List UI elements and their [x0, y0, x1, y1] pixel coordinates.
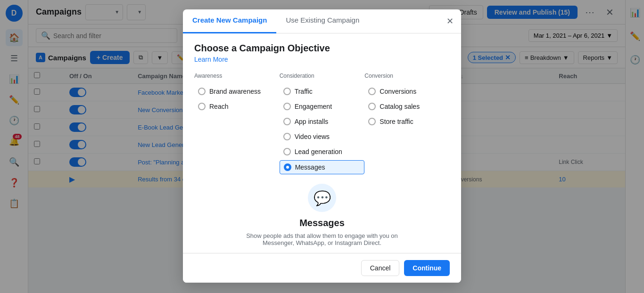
modal-title: Choose a Campaign Objective: [194, 43, 450, 54]
messages-label: Messages: [295, 163, 325, 171]
cancel-button[interactable]: Cancel: [361, 260, 400, 276]
radio-circle-catalog: [368, 103, 376, 110]
selected-objective-preview: 💬 Messages Show people ads that allow th…: [194, 174, 450, 251]
engagement-label: Engagement: [295, 103, 332, 110]
conversion-header: Conversion: [364, 73, 450, 79]
radio-circle-app-installs: [283, 118, 291, 125]
consideration-column: Consideration Traffic Engagement App ins…: [280, 73, 365, 174]
radio-circle-video-views: [283, 133, 291, 140]
radio-circle-engagement: [283, 103, 291, 110]
conversions-label: Conversions: [380, 88, 416, 95]
traffic-label: Traffic: [295, 88, 313, 95]
radio-circle-brand: [198, 88, 206, 95]
radio-video-views[interactable]: Video views: [280, 130, 365, 143]
radio-circle-messages: [284, 163, 291, 171]
continue-button[interactable]: Continue: [404, 260, 450, 276]
learn-more-link[interactable]: Learn More: [194, 56, 450, 63]
modal-overlay[interactable]: Create New Campaign Use Existing Campaig…: [0, 0, 644, 293]
radio-store-traffic[interactable]: Store traffic: [364, 115, 450, 128]
awareness-column: Awareness Brand awareness Reach: [194, 73, 280, 174]
modal-footer: Cancel Continue: [183, 253, 461, 283]
radio-circle-conversions: [368, 88, 376, 95]
radio-traffic[interactable]: Traffic: [280, 85, 365, 98]
catalog-sales-label: Catalog sales: [380, 103, 420, 110]
radio-messages[interactable]: Messages: [280, 160, 365, 174]
tab-use-existing[interactable]: Use Existing Campaign: [276, 9, 369, 33]
messages-icon-circle: 💬: [308, 184, 336, 212]
store-traffic-label: Store traffic: [380, 118, 413, 125]
video-views-label: Video views: [295, 133, 330, 140]
modal-close-button[interactable]: ✕: [439, 9, 461, 33]
reach-label: Reach: [209, 103, 228, 110]
campaign-objective-modal: Create New Campaign Use Existing Campaig…: [183, 9, 461, 283]
radio-circle-lead-gen: [283, 148, 291, 155]
brand-awareness-label: Brand awareness: [209, 88, 261, 95]
objectives-grid: Awareness Brand awareness Reach Consider…: [194, 73, 450, 174]
radio-circle-reach: [198, 103, 206, 110]
radio-catalog-sales[interactable]: Catalog sales: [364, 100, 450, 113]
messages-preview-title: Messages: [299, 218, 345, 228]
modal-tabs: Create New Campaign Use Existing Campaig…: [183, 9, 461, 33]
radio-circle-store-traffic: [368, 118, 376, 125]
radio-circle-traffic: [283, 88, 291, 95]
awareness-header: Awareness: [194, 73, 280, 79]
tab-create-new[interactable]: Create New Campaign: [183, 9, 276, 33]
radio-conversions[interactable]: Conversions: [364, 85, 450, 98]
messages-chat-icon: 💬: [314, 190, 331, 206]
consideration-header: Consideration: [280, 73, 365, 79]
messages-preview-desc: Show people ads that allow them to engag…: [242, 232, 402, 246]
radio-engagement[interactable]: Engagement: [280, 100, 365, 113]
app-installs-label: App installs: [295, 118, 329, 125]
lead-generation-label: Lead generation: [295, 148, 342, 155]
radio-reach[interactable]: Reach: [194, 100, 280, 113]
radio-brand-awareness[interactable]: Brand awareness: [194, 85, 280, 98]
modal-body: Choose a Campaign Objective Learn More A…: [183, 33, 461, 253]
radio-lead-generation[interactable]: Lead generation: [280, 145, 365, 158]
radio-app-installs[interactable]: App installs: [280, 115, 365, 128]
conversion-column: Conversion Conversions Catalog sales Sto…: [364, 73, 450, 174]
